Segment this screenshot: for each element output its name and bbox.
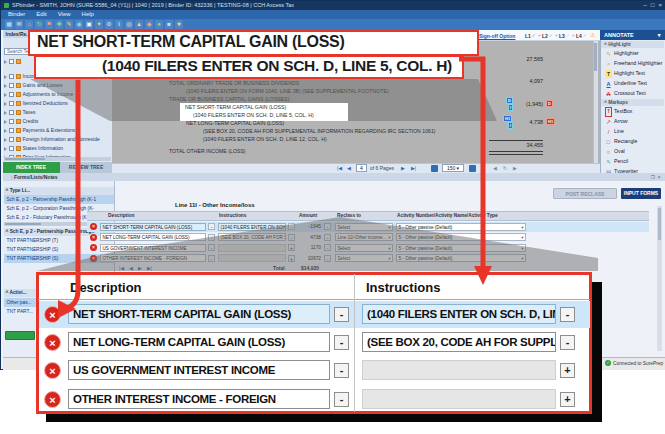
activity-select[interactable]: ▾5 - Other passive (Default) bbox=[396, 233, 526, 241]
up-icon[interactable]: ▲ bbox=[135, 20, 143, 29]
expander-icon[interactable] bbox=[4, 120, 7, 124]
reclass-select[interactable]: ▾Select bbox=[335, 244, 393, 252]
page-number-input[interactable]: 4 bbox=[356, 164, 367, 172]
callout-instructions-field-empty[interactable] bbox=[362, 389, 556, 409]
sidebar-item-credits[interactable]: Credits bbox=[4, 117, 110, 126]
fit-width-icon[interactable] bbox=[431, 165, 438, 172]
signoff-l4-label[interactable]: L4 bbox=[576, 32, 582, 40]
expander-icon[interactable] bbox=[4, 102, 7, 106]
expander-icon[interactable] bbox=[4, 75, 7, 79]
callout-instructions-field[interactable]: (SEE BOX 20, CODE AH FOR SUPPLEMENTAL bbox=[362, 332, 556, 352]
close-button[interactable]: × bbox=[658, 1, 662, 10]
list-item-tnt-t[interactable]: TNT PARTNERSHIP (T) bbox=[4, 236, 114, 245]
post-reclass-button[interactable]: POST RECLASS bbox=[553, 188, 617, 199]
instructions-field-empty[interactable] bbox=[218, 254, 286, 262]
signoff-l3-label[interactable]: L3 bbox=[559, 32, 565, 40]
tab-review-tree[interactable]: REVIEW TREE bbox=[60, 162, 113, 173]
expander-icon[interactable] bbox=[4, 93, 7, 97]
description-field[interactable]: US GOVERNMENT INTEREST INCOME bbox=[100, 244, 206, 252]
amount-value[interactable]: -1945 bbox=[291, 222, 321, 231]
l2-add-icon[interactable]: + bbox=[555, 32, 558, 40]
last-page-button[interactable]: ▶| bbox=[411, 164, 416, 172]
callout-description-field[interactable]: OTHER INTEREST INCOME - FOREIGN bbox=[68, 389, 330, 409]
collapse-field-button[interactable]: - bbox=[208, 223, 215, 230]
description-field[interactable]: NET LONG-TERM CAPITAL GAIN (LOSS) bbox=[100, 233, 206, 241]
collapse-field-button[interactable]: - bbox=[334, 392, 349, 407]
sidebar-item-itemized[interactable]: Itemized Deductions bbox=[4, 99, 110, 108]
maximize-button[interactable]: □ bbox=[651, 1, 655, 10]
instructions-field-empty[interactable] bbox=[218, 244, 286, 252]
amount-value[interactable]: 1170 bbox=[291, 243, 321, 252]
delete-row-icon[interactable]: × bbox=[44, 391, 61, 408]
callout-instructions-field[interactable]: (1040 FILERS ENTER ON SCH. D, LINE 5, CO… bbox=[362, 304, 556, 324]
tool-freehand-highlighter[interactable]: ≈Freehand Highlighter bbox=[601, 59, 664, 68]
edit-icon[interactable]: ✎ bbox=[65, 20, 73, 29]
email-icon[interactable]: ✉ bbox=[15, 20, 23, 29]
amount-options-button[interactable]: - bbox=[324, 223, 331, 230]
description-field[interactable]: OTHER INTEREST INCOME - FOREIGN bbox=[100, 254, 206, 262]
tool-underline-text[interactable]: AUnderline Text bbox=[601, 79, 664, 88]
amount-options-button[interactable]: - bbox=[324, 234, 331, 241]
square-icon[interactable]: ■ bbox=[165, 20, 173, 29]
tool-pencil[interactable]: ✎Pencil bbox=[601, 157, 664, 166]
checkbox[interactable] bbox=[9, 92, 14, 97]
first-page-button[interactable]: |◀ bbox=[337, 164, 342, 172]
delete-row-icon[interactable]: × bbox=[90, 234, 97, 241]
callout-description-field[interactable]: NET SHORT-TERM CAPITAL GAIN (LOSS) bbox=[68, 304, 330, 324]
tool-line[interactable]: /Line bbox=[601, 127, 664, 136]
instructions-field[interactable]: (SEE BOX 20, CODE AH FOR SUPPLEMENTA bbox=[218, 233, 286, 241]
fit-page-icon[interactable] bbox=[469, 165, 476, 172]
input-forms-button[interactable]: INPUT FORMS bbox=[621, 188, 661, 199]
list-item-tnt-s2[interactable]: TNT PARTNERSHIP (S) bbox=[4, 254, 114, 263]
grid-last-page-button[interactable]: ▶| bbox=[147, 264, 152, 272]
grid-icon[interactable]: ▣ bbox=[85, 20, 93, 29]
menu-help[interactable]: Help bbox=[82, 10, 94, 19]
amount-options-button[interactable]: - bbox=[324, 244, 331, 251]
rotate-right-icon[interactable]: ▶ bbox=[513, 164, 517, 172]
collapse-field-button[interactable]: - bbox=[208, 234, 215, 241]
sidebar-item-foreign[interactable]: Foreign Information and Nonreside bbox=[4, 135, 110, 144]
delete-row-icon[interactable]: × bbox=[90, 244, 97, 251]
dot-icon[interactable]: ● bbox=[155, 20, 163, 29]
checkbox[interactable] bbox=[9, 74, 14, 79]
record-icon[interactable]: ◉ bbox=[75, 20, 83, 29]
tab-index-tree[interactable]: INDEX TREE bbox=[3, 162, 60, 173]
tickmark-tag[interactable]: I bbox=[508, 122, 513, 129]
tool-arrow[interactable]: ↗Arrow bbox=[601, 117, 664, 126]
activity-select[interactable]: ▾5 - Other passive (Default) bbox=[396, 244, 526, 252]
grid-prev-page-button[interactable]: ◀ bbox=[129, 264, 133, 272]
sidebar-item-gains-losses[interactable]: Gains and Losses bbox=[4, 81, 110, 90]
reclass-select[interactable]: ▾Line 11I-Other income... bbox=[335, 233, 393, 241]
sidebar-item-payments[interactable]: Payments & Extensions bbox=[4, 126, 110, 135]
prev-page-button[interactable]: ◀ bbox=[347, 164, 351, 172]
tickmark-tag-red[interactable]: D bbox=[546, 100, 553, 107]
tickmark-tag-red[interactable]: H1 bbox=[546, 118, 555, 125]
checkbox[interactable] bbox=[9, 101, 14, 106]
delete-row-icon[interactable]: × bbox=[44, 306, 61, 323]
annotate-panel-header[interactable]: ANNOTATE ▾ bbox=[600, 30, 665, 40]
list-item-partnership[interactable]: Sch E, p 2 - Partnership Passthrough (K-… bbox=[4, 195, 114, 204]
reclass-select[interactable]: ▾Select bbox=[335, 254, 393, 262]
expand-field-button[interactable]: + bbox=[560, 392, 575, 407]
checkbox[interactable] bbox=[9, 146, 14, 151]
signoff-l1-label[interactable]: L1 bbox=[525, 32, 531, 40]
rotate-left-icon[interactable]: ◀ bbox=[493, 164, 497, 172]
activity-group-header[interactable]: ^ Activi... bbox=[4, 289, 37, 297]
reclass-select[interactable]: ▾Select bbox=[335, 223, 393, 231]
tool-highlight-text[interactable]: THighlight Text bbox=[601, 69, 664, 78]
tool-crossout-text[interactable]: ACrossout Text bbox=[601, 89, 664, 98]
checkbox[interactable] bbox=[9, 59, 14, 64]
checkbox[interactable] bbox=[9, 137, 14, 142]
amount-value[interactable]: 4738 bbox=[291, 233, 321, 242]
delete-row-icon[interactable]: × bbox=[90, 255, 97, 262]
callout-instructions-field-empty[interactable] bbox=[362, 360, 556, 380]
amount-options-button[interactable]: - bbox=[324, 255, 331, 262]
flag-icon[interactable]: ⚑ bbox=[45, 20, 53, 29]
section-markups[interactable]: ^ Markups bbox=[601, 99, 664, 106]
sidebar-item-states[interactable]: States Information bbox=[4, 144, 110, 153]
expander-icon[interactable] bbox=[4, 147, 7, 151]
delete-row-icon[interactable]: × bbox=[90, 223, 97, 230]
close-panel-icon[interactable]: × bbox=[658, 175, 661, 180]
save-icon[interactable]: ▦ bbox=[5, 20, 13, 29]
sidebar-item-adjustments[interactable]: Adjustments to Income bbox=[4, 90, 110, 99]
